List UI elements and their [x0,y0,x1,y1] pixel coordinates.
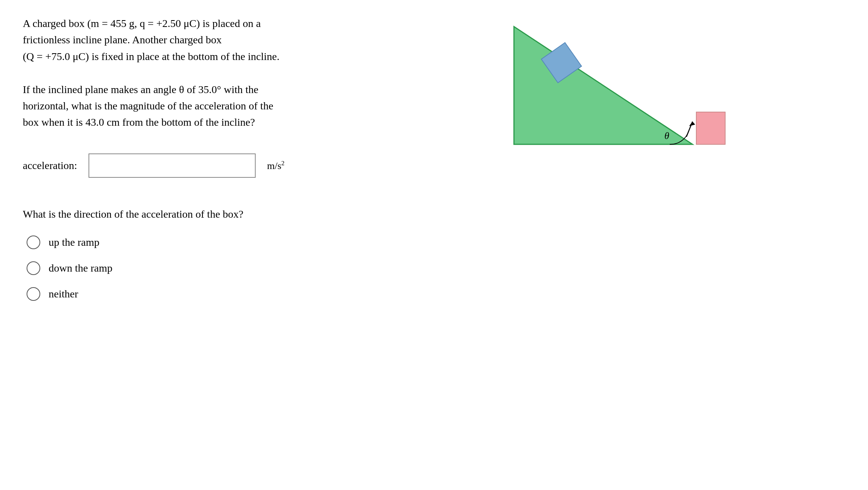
direction-question: What is the direction of the acceleratio… [23,208,319,220]
radio-circle-down[interactable] [27,261,40,275]
problem-line1: A charged box (m = 455 g, q = +2.50 μC) … [23,15,319,32]
problem-line2: frictionless incline plane. Another char… [23,32,319,48]
radio-item-up[interactable]: up the ramp [27,236,319,249]
diagram-panel: θ [334,15,845,301]
radio-label-down: down the ramp [49,262,112,274]
radio-item-down[interactable]: down the ramp [27,261,319,275]
acceleration-row: acceleration: m/s2 [23,153,319,178]
acceleration-input[interactable] [89,153,256,178]
problem-line5: horizontal, what is the magnitude of the… [23,98,319,114]
problem-line6: box when it is 43.0 cm from the bottom o… [23,114,319,130]
physics-diagram: θ [453,19,727,171]
radio-label-up: up the ramp [49,236,100,248]
inclined-plane-triangle [514,27,693,144]
radio-item-neither[interactable]: neither [27,287,319,301]
radio-group: up the ramp down the ramp neither [27,236,319,301]
acceleration-label: acceleration: [23,160,77,172]
problem-text: A charged box (m = 455 g, q = +2.50 μC) … [23,15,319,131]
theta-arrow-head [689,122,695,126]
theta-label: θ [664,130,669,141]
radio-circle-neither[interactable] [27,287,40,301]
problem-line3: (Q = +75.0 μC) is fixed in place at the … [23,48,319,65]
radio-label-neither: neither [49,288,78,300]
radio-circle-up[interactable] [27,236,40,249]
problem-line4: If the inclined plane makes an angle θ o… [23,81,319,98]
fixed-charge-box [696,112,725,144]
acceleration-unit: m/s2 [267,160,285,172]
